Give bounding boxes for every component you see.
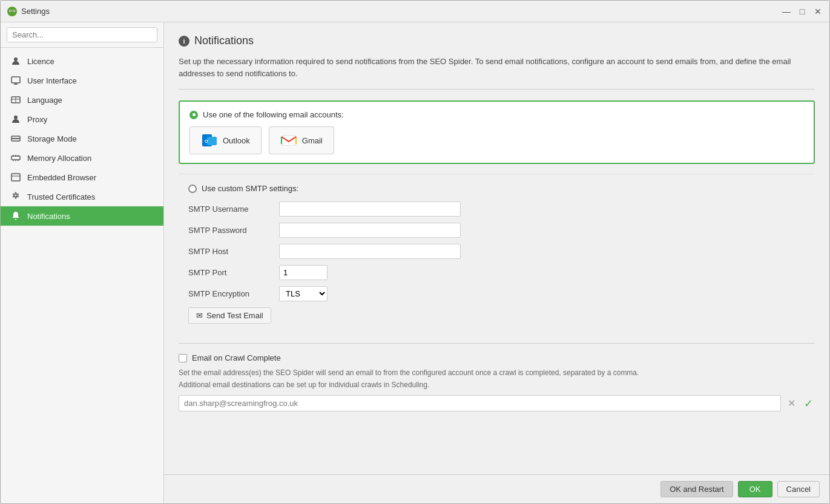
envelope-icon: ✉: [196, 311, 203, 320]
smtp-password-input[interactable]: [279, 223, 461, 238]
sidebar-item-trusted-certificates[interactable]: Trusted Certificates: [1, 187, 163, 206]
email-accounts-radio[interactable]: [189, 111, 198, 119]
svg-rect-6: [12, 77, 20, 83]
outlook-button[interactable]: O Outlook: [189, 126, 262, 154]
cancel-button[interactable]: Cancel: [777, 481, 820, 497]
send-test-label: Send Test Email: [206, 311, 263, 320]
email-accounts-label: Use one of the following email accounts:: [203, 110, 344, 119]
smtp-username-label: SMTP Username: [188, 205, 273, 214]
sidebar-item-language[interactable]: Language: [1, 90, 163, 110]
titlebar: Settings — □ ✕: [1, 1, 829, 22]
proxy-icon: [10, 114, 21, 125]
sidebar-item-label: Language: [27, 96, 62, 105]
crawl-complete-checkbox-row: Email on Crawl Complete: [179, 353, 815, 362]
ok-restart-button[interactable]: OK and Restart: [660, 481, 733, 497]
footer: OK and Restart OK Cancel: [164, 474, 829, 503]
confirm-email-button[interactable]: ✓: [802, 397, 815, 410]
language-icon: [10, 94, 21, 105]
search-input[interactable]: [7, 27, 157, 42]
sidebar-item-memory-allocation[interactable]: Memory Allocation: [1, 148, 163, 168]
crawl-complete-desc1: Set the email address(es) the SEO Spider…: [179, 367, 815, 378]
person-icon: [10, 56, 21, 67]
monitor-icon: [10, 75, 21, 86]
sidebar-item-label: Storage Mode: [27, 134, 77, 143]
crawl-email-input[interactable]: [179, 395, 781, 411]
crawl-complete-label: Email on Crawl Complete: [192, 353, 281, 362]
page-description: Set up the necessary information require…: [179, 56, 815, 90]
storage-icon: [10, 133, 21, 144]
svg-rect-10: [12, 139, 20, 141]
crawl-complete-desc2: Additional email destinations can be set…: [179, 381, 815, 389]
ok-button[interactable]: OK: [738, 481, 772, 497]
page-title-row: i Notifications: [179, 34, 815, 47]
gmail-icon: [280, 132, 297, 149]
sidebar-item-label: Licence: [27, 57, 54, 66]
sidebar-item-label: Memory Allocation: [27, 154, 91, 163]
crawl-complete-checkbox[interactable]: [179, 354, 187, 362]
outlook-icon: O: [201, 132, 218, 149]
sidebar-item-storage-mode[interactable]: Storage Mode: [1, 129, 163, 148]
page-title: Notifications: [194, 34, 254, 47]
svg-point-3: [10, 10, 11, 11]
crawl-email-input-row: ✕ ✓: [179, 395, 815, 411]
smtp-username-input[interactable]: [279, 201, 461, 217]
email-provider-buttons: O Outlook: [189, 126, 804, 154]
svg-point-0: [7, 7, 17, 16]
gear-icon: [10, 191, 21, 202]
svg-point-4: [13, 10, 15, 11]
smtp-password-label: SMTP Password: [188, 226, 273, 235]
svg-rect-11: [12, 156, 20, 160]
email-accounts-radio-row: Use one of the following email accounts:: [189, 110, 804, 119]
app-icon: [7, 6, 18, 17]
smtp-encryption-row: SMTP Encryption TLS SSL None: [188, 286, 805, 301]
nav-list: Licence User Interface Language: [1, 48, 163, 503]
clear-email-button[interactable]: ✕: [785, 397, 798, 410]
svg-text:O: O: [205, 139, 208, 143]
send-test-email-button[interactable]: ✉ Send Test Email: [188, 307, 271, 324]
sidebar-item-label: Embedded Browser: [27, 173, 96, 182]
smtp-host-input[interactable]: [279, 244, 461, 259]
content-area: Licence User Interface Language: [1, 22, 829, 503]
smtp-radio-row: Use custom SMTP settings:: [188, 184, 805, 193]
sidebar-item-embedded-browser[interactable]: Embedded Browser: [1, 168, 163, 187]
window-title: Settings: [21, 7, 781, 16]
svg-point-8: [14, 116, 18, 119]
smtp-password-row: SMTP Password: [188, 223, 805, 238]
smtp-label: Use custom SMTP settings:: [202, 184, 298, 193]
svg-point-5: [14, 57, 18, 61]
sidebar-item-proxy[interactable]: Proxy: [1, 110, 163, 129]
smtp-port-row: SMTP Port: [188, 265, 805, 280]
sidebar: Licence User Interface Language: [1, 22, 164, 503]
sidebar-item-label: User Interface: [27, 76, 77, 85]
sidebar-item-licence[interactable]: Licence: [1, 51, 163, 71]
sidebar-item-user-interface[interactable]: User Interface: [1, 71, 163, 90]
main-inner: i Notifications Set up the necessary inf…: [164, 22, 829, 474]
svg-rect-12: [12, 174, 20, 181]
sidebar-item-label: Notifications: [27, 212, 70, 221]
close-button[interactable]: ✕: [812, 6, 823, 17]
svg-rect-18: [282, 136, 296, 145]
info-icon: i: [179, 36, 189, 47]
settings-window: Settings — □ ✕ Licence: [0, 0, 830, 504]
sidebar-item-notifications[interactable]: Notifications: [1, 206, 163, 226]
smtp-section: Use custom SMTP settings: SMTP Username …: [179, 174, 815, 333]
outlook-label: Outlook: [223, 136, 250, 145]
sidebar-item-label: Trusted Certificates: [27, 192, 95, 201]
sidebar-item-label: Proxy: [27, 115, 47, 124]
smtp-radio[interactable]: [188, 185, 197, 193]
minimize-button[interactable]: —: [781, 6, 792, 17]
smtp-port-label: SMTP Port: [188, 268, 273, 277]
smtp-port-input[interactable]: [279, 265, 328, 280]
smtp-host-label: SMTP Host: [188, 247, 273, 256]
bell-icon: [10, 211, 21, 221]
crawl-complete-section: Email on Crawl Complete Set the email ad…: [179, 353, 815, 411]
section-divider: [179, 343, 815, 344]
gmail-button[interactable]: Gmail: [269, 126, 334, 154]
search-container: [1, 22, 163, 48]
maximize-button[interactable]: □: [797, 6, 808, 17]
gmail-label: Gmail: [302, 136, 323, 145]
smtp-encryption-select[interactable]: TLS SSL None: [279, 286, 328, 301]
window-controls: — □ ✕: [781, 6, 823, 17]
svg-point-13: [15, 194, 17, 197]
smtp-encryption-label: SMTP Encryption: [188, 289, 273, 298]
